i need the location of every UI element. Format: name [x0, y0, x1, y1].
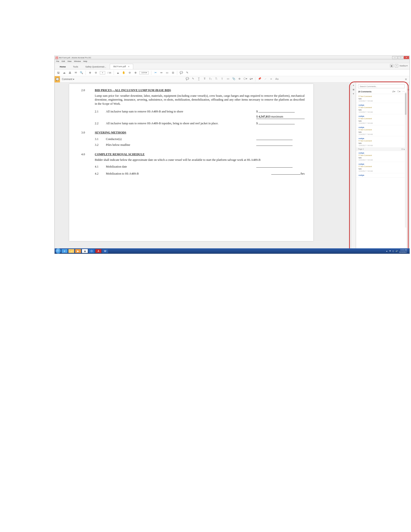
add-comment-icon[interactable]: 💬: [180, 71, 183, 75]
user-menu[interactable]: Kesha ▾: [400, 65, 408, 67]
tray-flag-icon[interactable]: ▲: [386, 250, 388, 252]
tray-battery-icon[interactable]: ◻: [392, 250, 394, 252]
sort-icon[interactable]: ⇵▾: [392, 90, 395, 93]
save-icon[interactable]: 🖫: [56, 71, 60, 75]
taskbar-acrobat-icon[interactable]: A: [95, 249, 102, 253]
close-button[interactable]: ✕: [404, 56, 409, 59]
page-number-input[interactable]: 4: [100, 71, 105, 75]
print-icon[interactable]: 🖶: [68, 71, 72, 75]
read-mode-icon[interactable]: ⊟: [171, 71, 175, 75]
nav-down-icon[interactable]: ▼: [353, 93, 355, 95]
help-icon[interactable]: ?: [395, 64, 398, 67]
text-insert-icon[interactable]: Tᵢ: [215, 77, 218, 81]
start-button[interactable]: [56, 248, 61, 254]
comment-item[interactable]: codyaText CommentN/A12/4/2017 7:49 AM: [356, 114, 407, 125]
tab-doc-2-label: Bid Form.pdf: [113, 65, 126, 68]
tab-close-icon[interactable]: ✕: [128, 66, 130, 68]
menu-bar: File Edit View Window Help: [55, 60, 410, 63]
section-number: 3.0: [81, 131, 95, 135]
taskbar-chrome-icon[interactable]: ◉: [82, 249, 88, 253]
menu-help[interactable]: Help: [83, 60, 87, 62]
taskbar-media-icon[interactable]: ▶: [75, 249, 81, 253]
stroke-icon[interactable]: ⟋: [264, 77, 267, 81]
attach-icon[interactable]: 📎: [232, 77, 235, 81]
text-underline-icon[interactable]: T̲: [197, 77, 201, 81]
system-tray[interactable]: ▲ ⚑ ◻ 🔊 8:33 AM 12/4/2017: [386, 249, 409, 253]
comment-item[interactable]: codya: [356, 173, 407, 178]
nav-collapse-icon[interactable]: ▣: [407, 88, 409, 91]
search-comments-input[interactable]: [358, 84, 405, 88]
highlight-icon[interactable]: ✎: [191, 77, 195, 81]
dollar-sign: $: [256, 115, 258, 118]
eraser-icon[interactable]: ⬙▾: [250, 77, 253, 81]
comment-item[interactable]: codyaText CommentN/A12/4/2017 7:49 AM: [356, 103, 407, 114]
tray-clock[interactable]: 8:33 AM 12/4/2017: [399, 249, 407, 253]
subsection-number: 2.1: [95, 110, 106, 114]
text-callout-icon[interactable]: ▭: [226, 77, 230, 81]
subsection-number: 2.2: [95, 121, 106, 125]
hand-icon[interactable]: ✋: [122, 71, 125, 75]
comment-label[interactable]: Comment ▾: [62, 78, 74, 81]
line-weight-icon[interactable]: ≡: [270, 77, 273, 81]
cloud-icon[interactable]: ☁: [62, 71, 66, 75]
zoom-select[interactable]: 165% ▾: [140, 71, 149, 75]
nav-up-icon[interactable]: ▲: [353, 84, 355, 86]
sign-icon[interactable]: ✎: [186, 71, 189, 75]
tray-volume-icon[interactable]: 🔊: [395, 250, 398, 252]
maximize-button[interactable]: ☐: [398, 56, 403, 59]
selection-icon[interactable]: ✂: [154, 71, 157, 75]
toolbar-divider: [255, 77, 256, 82]
zoom-out-icon[interactable]: ⊖: [128, 71, 131, 75]
close-panel-icon[interactable]: ✕: [405, 78, 407, 81]
menu-file[interactable]: File: [56, 60, 59, 62]
notification-icon[interactable]: ▣: [390, 64, 393, 67]
taskbar-explorer-icon[interactable]: 📁: [68, 249, 75, 253]
menu-window[interactable]: Window: [74, 60, 81, 62]
comment-item[interactable]: codyaText CommentN/A12/4/2017 7:49 AM: [356, 151, 407, 162]
page-up-icon[interactable]: ⊕: [88, 71, 92, 75]
text-strike-icon[interactable]: T̶: [203, 77, 206, 81]
tray-network-icon[interactable]: ⚑: [389, 250, 391, 252]
text-replace-icon[interactable]: T↕: [209, 77, 212, 81]
comment-timestamp: 12/4/2017 7:49 AM: [359, 100, 405, 102]
search-icon[interactable]: 🔍: [80, 71, 83, 75]
comment-item[interactable]: codyaText CommentN/A12/4/2017 7:49 AM: [356, 162, 407, 173]
comment-item[interactable]: codyaText CommentN/A12/4/2017 7:49 AM: [356, 136, 407, 148]
fit-page-icon[interactable]: ▭: [165, 71, 169, 75]
filter-icon[interactable]: ▽▾: [397, 90, 400, 93]
pin-icon[interactable]: 📌: [258, 77, 261, 81]
menu-edit[interactable]: Edit: [62, 60, 65, 62]
sticky-note-icon[interactable]: 💬: [186, 77, 189, 81]
page-down-icon[interactable]: ⊖: [94, 71, 97, 75]
document-viewport[interactable]: 2.0 BID PRICES – ALL INCLUSIVE LUMP SUM …: [55, 83, 351, 248]
comments-list[interactable]: Text CommentN/A12/4/2017 7:49 AMcodyaTex…: [356, 94, 407, 248]
mail-icon[interactable]: ✉: [74, 71, 77, 75]
tab-doc-2[interactable]: Bid Form.pdf✕: [110, 64, 133, 69]
zoom-in-icon[interactable]: ⊕: [134, 71, 137, 75]
nav-first-icon[interactable]: ▣: [353, 88, 355, 91]
fit-width-icon[interactable]: ⇔: [159, 71, 163, 75]
comment-item[interactable]: codyaText CommentN/A12/4/2017 7:49 AM: [356, 125, 407, 136]
menu-view[interactable]: View: [67, 60, 72, 62]
nav-up-icon[interactable]: ▲: [407, 84, 409, 86]
more-icon[interactable]: ⋯: [402, 90, 405, 93]
tab-tools[interactable]: Tools: [69, 64, 82, 69]
nav-down-icon[interactable]: ▼: [407, 93, 409, 95]
taskbar-ie-icon[interactable]: e: [61, 249, 68, 253]
pointer-icon[interactable]: ▲: [116, 71, 120, 75]
stamp-icon[interactable]: ⊕: [238, 77, 241, 81]
comment-item[interactable]: Text CommentN/A12/4/2017 7:49 AM: [356, 94, 407, 103]
drawing-tools-icon[interactable]: ⬡▾: [244, 77, 247, 81]
blank-line: [271, 174, 300, 175]
page-separator[interactable]: Page 213 ▴: [356, 148, 407, 151]
scrollbar-thumb[interactable]: [405, 93, 406, 115]
minimize-button[interactable]: —: [392, 56, 397, 59]
clock-time: 8:33 AM: [399, 249, 407, 251]
text-box-icon[interactable]: T: [221, 77, 224, 81]
taskbar-word-icon[interactable]: W: [102, 249, 108, 253]
panel-scrollbar[interactable]: [405, 92, 406, 228]
taskbar-outlook-icon[interactable]: O: [88, 249, 95, 253]
tab-home[interactable]: Home: [56, 64, 69, 69]
tab-doc-1[interactable]: Safety Questionnair...: [82, 64, 110, 69]
text-props-icon[interactable]: Aa: [275, 77, 279, 81]
